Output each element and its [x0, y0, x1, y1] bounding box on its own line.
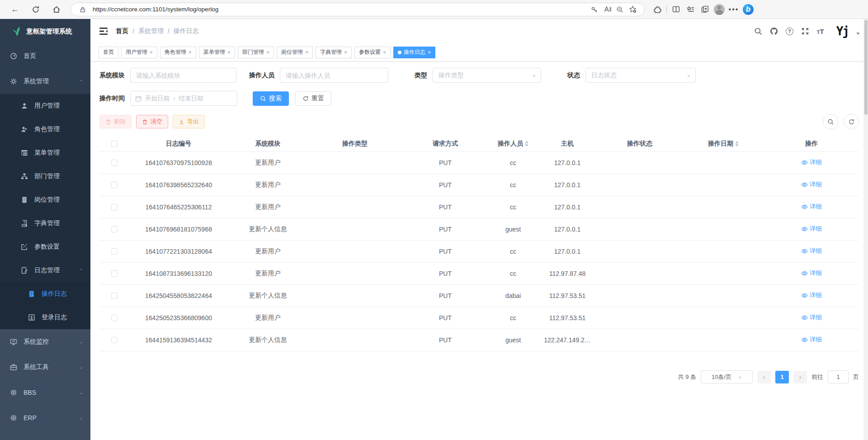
breadcrumb-home[interactable]: 首页: [116, 27, 128, 35]
detail-link[interactable]: 详细: [801, 336, 822, 344]
sidebar-item-menus[interactable]: 菜单管理: [0, 141, 90, 165]
tab-dept-mgmt[interactable]: 部门管理×: [238, 47, 274, 58]
type-select[interactable]: 操作类型 ∨: [433, 68, 541, 83]
read-aloud-icon[interactable]: [601, 3, 613, 16]
close-icon[interactable]: ×: [344, 50, 347, 55]
detail-link[interactable]: 详细: [801, 269, 822, 277]
row-checkbox[interactable]: [111, 248, 118, 255]
tab-dict-mgmt[interactable]: 字典管理×: [316, 47, 352, 58]
sidebar-item-erp[interactable]: ERP ⌄: [0, 405, 90, 431]
font-size-icon[interactable]: TT: [817, 28, 824, 35]
start-date-placeholder[interactable]: 开始日期: [145, 95, 170, 103]
settings-more-icon[interactable]: •••: [726, 2, 741, 17]
split-screen-icon[interactable]: [669, 2, 683, 17]
operator-input[interactable]: [280, 68, 388, 83]
detail-link[interactable]: 详细: [801, 225, 822, 233]
url-bar[interactable]: https://ccnetcore.com:1101/system/log/op…: [71, 3, 645, 16]
row-checkbox[interactable]: [111, 315, 118, 321]
scrollbar-thumb[interactable]: [864, 20, 868, 115]
date-range-picker[interactable]: 开始日期 - 结束日期: [130, 91, 237, 106]
zoom-out-icon[interactable]: [613, 3, 626, 16]
detail-link[interactable]: 详细: [801, 247, 822, 255]
detail-link[interactable]: 详细: [801, 180, 822, 189]
sidebar-item-roles[interactable]: 角色管理: [0, 118, 90, 141]
sidebar-toggle-icon[interactable]: [99, 26, 108, 36]
favorites-bar-icon[interactable]: [683, 2, 698, 17]
row-checkbox[interactable]: [111, 226, 118, 232]
reset-button[interactable]: 重置: [295, 91, 331, 106]
status-select[interactable]: 日志状态 ∨: [585, 68, 696, 83]
sidebar-item-login-log[interactable]: 登录日志: [0, 306, 90, 329]
back-icon[interactable]: ←: [7, 2, 23, 17]
favorite-star-icon[interactable]: [626, 3, 639, 16]
module-input[interactable]: [130, 68, 236, 83]
sidebar-item-monitoring[interactable]: 系统监控 ⌄: [0, 329, 90, 355]
close-icon[interactable]: ×: [428, 50, 431, 55]
next-page-button[interactable]: ›: [793, 371, 807, 383]
github-icon[interactable]: [770, 27, 778, 35]
refresh-table-button[interactable]: [844, 114, 859, 129]
home-icon[interactable]: [49, 2, 64, 17]
tab-param-settings[interactable]: 参数设置×: [354, 47, 391, 58]
sidebar-item-logs[interactable]: 日志管理 ⌃: [0, 259, 90, 282]
sidebar-item-yi-framework[interactable]: Yi框架: [0, 431, 90, 440]
search-icon[interactable]: [754, 27, 762, 35]
sidebar-item-posts[interactable]: 岗位管理: [0, 188, 90, 212]
browser-scrollbar[interactable]: [863, 19, 868, 440]
extensions-icon[interactable]: [650, 2, 665, 17]
tab-operation-log[interactable]: 操作日志×: [393, 47, 435, 58]
row-checkbox[interactable]: [111, 160, 118, 166]
row-checkbox[interactable]: [111, 293, 118, 299]
prev-page-button[interactable]: ‹: [757, 371, 771, 383]
tab-home[interactable]: 首页: [99, 47, 118, 58]
goto-page-input[interactable]: [828, 370, 849, 383]
search-button[interactable]: 搜索: [253, 91, 289, 106]
clear-button[interactable]: 清空: [136, 115, 168, 128]
current-page-button[interactable]: 1: [775, 371, 789, 383]
close-icon[interactable]: ×: [383, 50, 386, 55]
sidebar-item-home[interactable]: 首页: [0, 43, 90, 69]
tab-menu-mgmt[interactable]: 菜单管理×: [199, 47, 235, 58]
select-all-checkbox[interactable]: [111, 141, 118, 147]
close-icon[interactable]: ×: [189, 50, 192, 55]
show-search-button[interactable]: [823, 114, 838, 129]
detail-link[interactable]: 详细: [801, 203, 822, 211]
row-checkbox[interactable]: [111, 182, 118, 188]
sidebar-item-departments[interactable]: 部门管理: [0, 165, 90, 188]
sort-icon[interactable]: [525, 141, 528, 147]
profile-avatar[interactable]: [712, 2, 726, 17]
sidebar-item-dictionary[interactable]: 字典管理: [0, 212, 90, 235]
caret-down-icon[interactable]: [856, 33, 860, 35]
sort-icon[interactable]: [735, 141, 739, 147]
detail-link[interactable]: 详细: [801, 158, 822, 166]
sidebar-item-system[interactable]: 系统管理 ⌃: [0, 69, 90, 94]
user-logo-avatar[interactable]: Yj: [836, 24, 849, 38]
row-checkbox[interactable]: [111, 270, 118, 277]
row-checkbox[interactable]: [111, 204, 118, 210]
header-operator-sortable[interactable]: 操作人员: [498, 140, 528, 148]
detail-link[interactable]: 详细: [801, 313, 822, 322]
close-icon[interactable]: ×: [227, 50, 231, 55]
header-date-sortable[interactable]: 操作日期: [708, 140, 739, 148]
help-icon[interactable]: ?: [786, 28, 793, 35]
delete-button[interactable]: 删除: [99, 115, 132, 128]
row-checkbox[interactable]: [111, 337, 118, 343]
close-icon[interactable]: ×: [266, 50, 269, 55]
end-date-placeholder[interactable]: 结束日期: [179, 95, 203, 103]
sidebar-item-users[interactable]: 用户管理: [0, 94, 90, 118]
detail-link[interactable]: 详细: [801, 291, 822, 299]
tab-post-mgmt[interactable]: 岗位管理×: [277, 47, 313, 58]
bing-copilot-icon[interactable]: b: [741, 2, 755, 17]
page-size-select[interactable]: 10条/页 ∨: [701, 370, 753, 383]
fullscreen-icon[interactable]: [801, 27, 809, 35]
sidebar-item-bbs[interactable]: BBS ⌄: [0, 380, 90, 405]
sidebar-item-parameters[interactable]: 参数设置: [0, 235, 90, 259]
sidebar-item-operation-log[interactable]: 操作日志: [0, 282, 90, 306]
tab-role-mgmt[interactable]: 角色管理×: [160, 47, 196, 58]
password-key-icon[interactable]: [588, 3, 601, 16]
sidebar-item-tools[interactable]: 系统工具 ⌄: [0, 355, 90, 380]
tab-user-mgmt[interactable]: 用户管理×: [121, 47, 157, 58]
close-icon[interactable]: ×: [305, 50, 308, 55]
refresh-icon[interactable]: [28, 2, 43, 17]
close-icon[interactable]: ×: [150, 50, 153, 55]
